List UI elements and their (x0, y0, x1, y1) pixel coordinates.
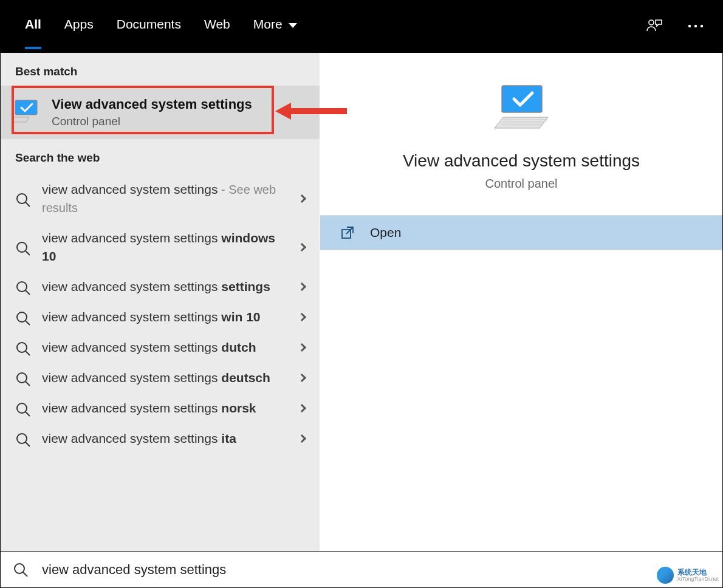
best-match-subtitle: Control panel (52, 115, 252, 128)
web-result-text: view advanced system settings norsk (42, 399, 288, 417)
monitor-check-icon (491, 83, 552, 140)
svg-line-7 (26, 202, 30, 207)
web-result-text: view advanced system settings deutsch (42, 369, 288, 387)
web-result-text: view advanced system settings - See web … (42, 180, 288, 217)
search-icon (15, 402, 31, 417)
filter-tabs: All Apps Documents Web More (25, 1, 297, 49)
ellipsis-icon[interactable] (687, 24, 704, 29)
search-icon (15, 371, 31, 387)
svg-point-8 (17, 242, 27, 252)
watermark-title: 系统天地 (677, 569, 719, 576)
web-result-text: view advanced system settings win 10 (42, 308, 288, 326)
tab-documents[interactable]: Documents (117, 15, 181, 49)
svg-point-0 (649, 20, 654, 25)
detail-pane: View advanced system settings Control pa… (320, 53, 722, 551)
svg-marker-23 (495, 117, 548, 128)
search-icon (15, 192, 31, 208)
svg-rect-4 (15, 100, 37, 115)
tab-more[interactable]: More (253, 15, 297, 49)
web-results-list: view advanced system settings - See web … (1, 172, 320, 454)
chevron-right-icon (298, 194, 306, 203)
chevron-down-icon (289, 23, 297, 28)
chevron-right-icon (298, 434, 306, 443)
chevron-right-icon (298, 404, 306, 412)
best-match-result[interactable]: View advanced system settings Control pa… (1, 86, 320, 139)
svg-line-17 (26, 381, 30, 386)
svg-point-3 (701, 25, 703, 27)
best-match-label: Best match (1, 53, 320, 86)
search-icon (15, 310, 31, 326)
search-icon (15, 432, 31, 448)
svg-point-20 (17, 434, 27, 443)
search-icon (15, 280, 31, 296)
tab-web[interactable]: Web (204, 15, 230, 49)
web-result[interactable]: view advanced system settings settings (1, 272, 320, 302)
chevron-right-icon (298, 282, 306, 291)
web-result[interactable]: view advanced system settings ita (1, 423, 320, 454)
svg-point-10 (17, 282, 27, 292)
tab-all[interactable]: All (25, 15, 41, 49)
svg-line-19 (26, 412, 30, 416)
search-bar: 系统天地 XiTongTianDi.net (1, 551, 722, 587)
open-external-icon (341, 226, 354, 239)
search-icon (15, 241, 31, 256)
globe-icon (657, 567, 674, 584)
web-result[interactable]: view advanced system settings norsk (1, 393, 320, 423)
svg-line-21 (26, 442, 30, 446)
svg-point-30 (15, 564, 24, 573)
search-icon (13, 562, 29, 578)
web-result[interactable]: view advanced system settings deutsch (1, 363, 320, 393)
web-result[interactable]: view advanced system settings windows 10 (1, 223, 320, 272)
search-icon (15, 341, 31, 357)
chevron-right-icon (298, 243, 306, 251)
web-result[interactable]: view advanced system settings win 10 (1, 302, 320, 332)
results-pane: Best match View advanced system settings… (1, 53, 320, 551)
search-input[interactable] (41, 561, 710, 578)
search-web-label: Search the web (1, 139, 320, 172)
web-result-text: view advanced system settings dutch (42, 338, 288, 357)
svg-line-13 (26, 321, 30, 325)
chevron-right-icon (298, 343, 306, 352)
svg-point-12 (17, 312, 27, 322)
svg-line-9 (26, 251, 30, 255)
web-result[interactable]: view advanced system settings - See web … (1, 174, 320, 223)
best-match-title: View advanced system settings (52, 97, 252, 112)
svg-rect-5 (12, 117, 29, 122)
svg-point-2 (694, 25, 697, 27)
monitor-check-icon (12, 100, 41, 125)
svg-point-14 (17, 343, 27, 352)
tab-more-label: More (253, 15, 283, 33)
web-result-text: view advanced system settings windows 10 (42, 229, 288, 265)
svg-rect-22 (502, 86, 542, 112)
watermark: 系统天地 XiTongTianDi.net (657, 567, 719, 584)
open-label: Open (370, 225, 401, 240)
chevron-right-icon (298, 313, 306, 321)
svg-line-31 (23, 572, 27, 576)
web-result-text: view advanced system settings settings (42, 278, 288, 296)
detail-subtitle: Control panel (320, 177, 722, 191)
svg-point-16 (17, 373, 27, 383)
svg-point-6 (17, 194, 27, 203)
topbar-actions (646, 1, 704, 35)
detail-title: View advanced system settings (320, 151, 722, 171)
svg-point-1 (688, 25, 691, 27)
svg-line-15 (26, 351, 30, 355)
web-result-text: view advanced system settings ita (42, 429, 288, 448)
chevron-right-icon (298, 374, 306, 382)
best-match-text: View advanced system settings Control pa… (52, 97, 252, 128)
divider (320, 250, 722, 250)
tab-apps[interactable]: Apps (64, 15, 94, 49)
svg-line-11 (26, 290, 30, 295)
open-action[interactable]: Open (320, 216, 722, 250)
search-topbar: All Apps Documents Web More (1, 1, 722, 53)
watermark-url: XiTongTianDi.net (677, 576, 719, 582)
svg-point-18 (17, 403, 27, 413)
web-result[interactable]: view advanced system settings dutch (1, 332, 320, 363)
feedback-icon[interactable] (646, 18, 663, 35)
